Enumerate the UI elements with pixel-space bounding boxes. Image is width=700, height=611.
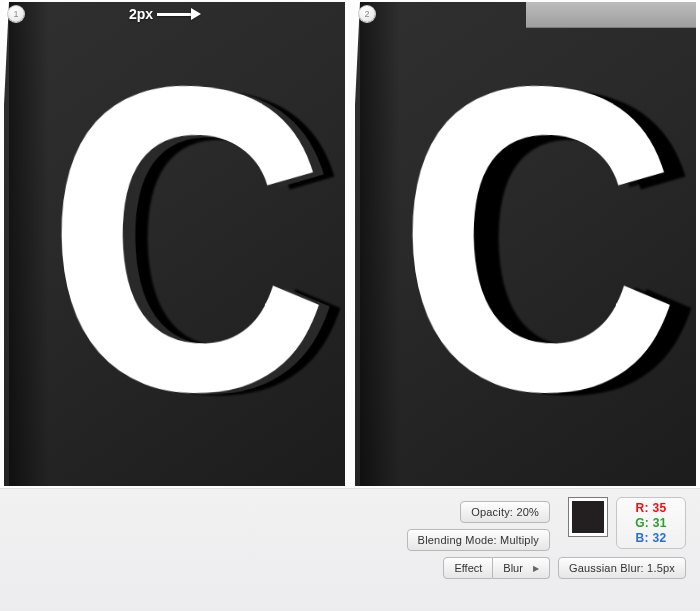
effect-menu-group: Effect Blur ▶ <box>443 557 550 579</box>
rgb-g-value: G: 31 <box>623 516 679 531</box>
chevron-right-icon: ▶ <box>533 564 539 573</box>
rgb-r-value: R: 35 <box>623 501 679 516</box>
step-badge: 2 <box>359 6 375 22</box>
artboard-step-2: C C C 2 <box>355 2 696 486</box>
blur-submenu-button[interactable]: Blur ▶ <box>493 557 550 579</box>
arrow-right-icon <box>157 8 201 20</box>
artboard-step-1: C C C 1 2px <box>4 2 345 486</box>
window-edge <box>526 2 696 28</box>
step-badge: 1 <box>8 6 24 22</box>
letter-c-face: C <box>41 19 321 43</box>
letter-c-group: C C C <box>392 19 681 486</box>
gaussian-blur-button[interactable]: Gaussian Blur: 1.5px <box>558 557 686 579</box>
color-swatch[interactable] <box>568 497 608 537</box>
blur-label: Blur <box>503 562 523 574</box>
opacity-button[interactable]: Opacity: 20% <box>460 501 550 523</box>
canvas-area: C C C 1 2px C C C 2 <box>0 0 700 488</box>
offset-value: 2px <box>129 6 153 22</box>
blending-mode-button[interactable]: Blending Mode: Multiply <box>407 529 550 551</box>
rgb-readout: R: 35 G: 31 B: 32 <box>616 497 686 549</box>
rgb-b-value: B: 32 <box>623 531 679 546</box>
effect-menu-button[interactable]: Effect <box>443 557 493 579</box>
offset-tip: 2px <box>129 6 201 22</box>
letter-c-group: C C C <box>41 19 330 486</box>
properties-panel: Opacity: 20% Blending Mode: Multiply R: … <box>0 488 700 611</box>
